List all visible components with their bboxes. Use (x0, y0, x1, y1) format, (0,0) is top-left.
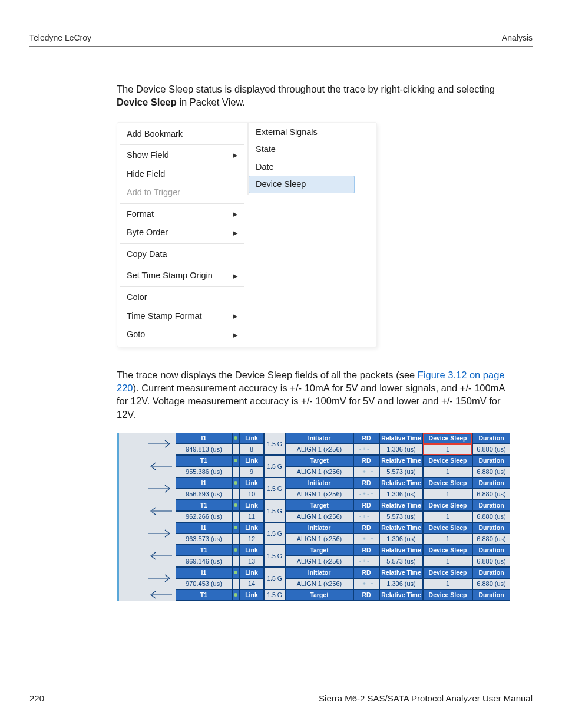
status-dot-icon (232, 589, 239, 601)
menu-separator (120, 144, 244, 145)
col-rd: RD (353, 477, 379, 489)
menu-item[interactable]: Byte Order▶ (117, 223, 247, 242)
row-label: T1 (176, 455, 232, 466)
val-align: ALIGN 1 (x256) (285, 578, 353, 589)
direction-arrow-icon (119, 589, 176, 601)
col-devsleep: Device Sleep (423, 433, 472, 444)
col-rd: RD (353, 455, 379, 466)
header-right: Analysis (502, 33, 533, 42)
col-reltime: Relative Time (379, 477, 423, 489)
val-link: 11 (239, 511, 264, 522)
col-role: Target (285, 455, 353, 466)
direction-arrow-icon (119, 545, 176, 567)
submenu-item[interactable]: Date (249, 159, 355, 176)
spacer (232, 533, 239, 545)
val-align: ALIGN 1 (x256) (285, 444, 353, 455)
menu-item[interactable]: Goto▶ (117, 325, 247, 344)
footer-page: 220 (29, 693, 44, 703)
p2-a: The trace now displays the Device Sleep … (117, 370, 418, 380)
val-duration: 6.880 (us) (472, 511, 510, 522)
col-link: Link (239, 522, 264, 533)
direction-arrow-icon (119, 522, 176, 545)
direction-arrow-icon (119, 477, 176, 500)
col-duration: Duration (472, 500, 510, 511)
val-align: ALIGN 1 (x256) (285, 556, 353, 567)
col-link: Link (239, 500, 264, 511)
col-duration: Duration (472, 455, 510, 466)
val-rd: - + - + (353, 533, 379, 545)
menu-item[interactable]: Format▶ (117, 205, 247, 224)
val-rd: - + - + (353, 556, 379, 567)
p1-a: The Device Sleep status is displayed thr… (117, 84, 495, 94)
val-align: ALIGN 1 (x256) (285, 466, 353, 477)
rate-cell: 1.5 G (264, 433, 285, 455)
val-rd: - + - + (353, 511, 379, 522)
col-duration: Duration (472, 545, 510, 556)
row-label: T1 (176, 545, 232, 556)
col-devsleep: Device Sleep (423, 567, 472, 578)
col-devsleep: Device Sleep (423, 589, 472, 601)
menu-item[interactable]: Set Time Stamp Origin▶ (117, 266, 247, 285)
col-reltime: Relative Time (379, 433, 423, 444)
rate-cell: 1.5 G (264, 455, 285, 477)
spacer (232, 444, 239, 455)
col-devsleep: Device Sleep (423, 500, 472, 511)
row-label: I1 (176, 477, 232, 489)
chevron-right-icon: ▶ (233, 272, 237, 281)
col-role: Target (285, 589, 353, 601)
menu-item[interactable]: Time Stamp Format▶ (117, 307, 247, 326)
col-rd: RD (353, 522, 379, 533)
submenu-item[interactable]: External Signals (249, 124, 355, 141)
menu-separator (120, 203, 244, 204)
chevron-right-icon: ▶ (233, 151, 237, 160)
status-dot-icon (232, 455, 239, 466)
rate-cell: 1.5 G (264, 567, 285, 589)
menu-separator (120, 265, 244, 265)
header-rule (29, 46, 533, 47)
val-rd: - + - + (353, 444, 379, 455)
menu-separator (120, 286, 244, 287)
col-role: Initiator (285, 433, 353, 444)
header-left: Teledyne LeCroy (29, 33, 91, 42)
menu-item[interactable]: Add Bookmark (117, 125, 247, 144)
submenu-item[interactable]: State (249, 141, 355, 159)
row-label: T1 (176, 500, 232, 511)
val-link: 12 (239, 533, 264, 545)
menu-item[interactable]: Color (117, 288, 247, 307)
spacer (232, 556, 239, 567)
val-reltime: 5.573 (us) (379, 511, 423, 522)
submenu-item[interactable]: Device Sleep (249, 176, 355, 193)
col-rd: RD (353, 500, 379, 511)
val-reltime: 1.306 (us) (379, 489, 423, 500)
paragraph-1: The Device Sleep status is displayed thr… (117, 83, 517, 109)
menu-item[interactable]: Show Field▶ (117, 146, 247, 165)
val-time: 962.266 (us) (176, 511, 232, 522)
val-time: 955.386 (us) (176, 466, 232, 477)
val-duration: 6.880 (us) (472, 533, 510, 545)
direction-arrow-icon (119, 433, 176, 455)
val-link: 9 (239, 466, 264, 477)
col-duration: Duration (472, 567, 510, 578)
col-reltime: Relative Time (379, 455, 423, 466)
status-dot-icon (232, 567, 239, 578)
col-devsleep: Device Sleep (423, 545, 472, 556)
chevron-right-icon: ▶ (233, 331, 237, 340)
col-link: Link (239, 567, 264, 578)
p2-b: ). Current measurement accuracy is +/- 1… (117, 383, 505, 420)
rate-cell: 1.5 G (264, 522, 285, 545)
val-devsleep: 1 (423, 511, 472, 522)
rate-cell: 1.5 G (264, 545, 285, 567)
menu-item[interactable]: Hide Field (117, 165, 247, 184)
trace-row: T1Link1.5 GTargetRDRelative TimeDevice S… (119, 589, 515, 601)
rate-cell: 1.5 G (264, 500, 285, 522)
col-duration: Duration (472, 522, 510, 533)
val-reltime: 1.306 (us) (379, 578, 423, 589)
spacer (232, 511, 239, 522)
col-rd: RD (353, 567, 379, 578)
row-label: I1 (176, 522, 232, 533)
val-time: 963.573 (us) (176, 533, 232, 545)
direction-arrow-icon (119, 500, 176, 522)
menu-item[interactable]: Copy Data (117, 245, 247, 264)
status-dot-icon (232, 500, 239, 511)
p1-c: in Packet View. (177, 97, 245, 107)
